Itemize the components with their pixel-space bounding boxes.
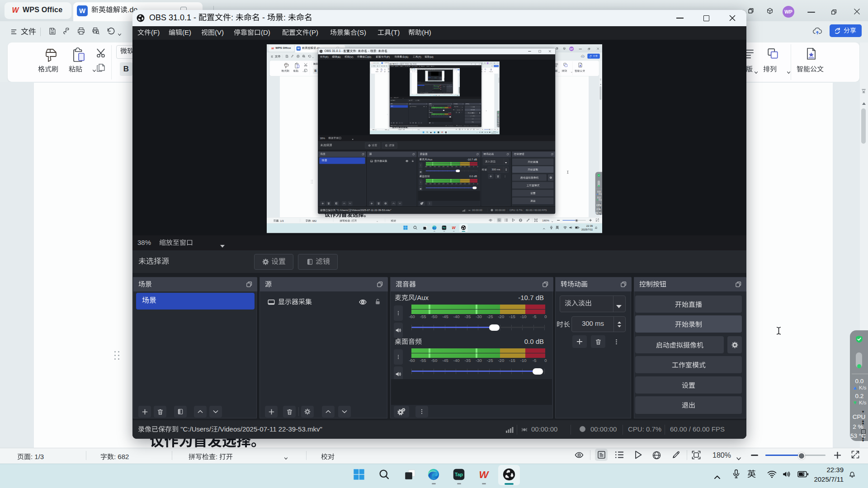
svg-text:W: W	[12, 6, 20, 14]
svg-text:W: W	[479, 469, 490, 480]
svg-text:W: W	[441, 131, 443, 133]
svg-text:W: W	[452, 225, 456, 230]
svg-text:W: W	[271, 47, 274, 50]
svg-text:W: W	[372, 62, 373, 64]
svg-text:Tap: Tap	[438, 132, 439, 132]
svg-text:Tap: Tap	[455, 472, 463, 477]
svg-text:Tap: Tap	[443, 226, 446, 229]
